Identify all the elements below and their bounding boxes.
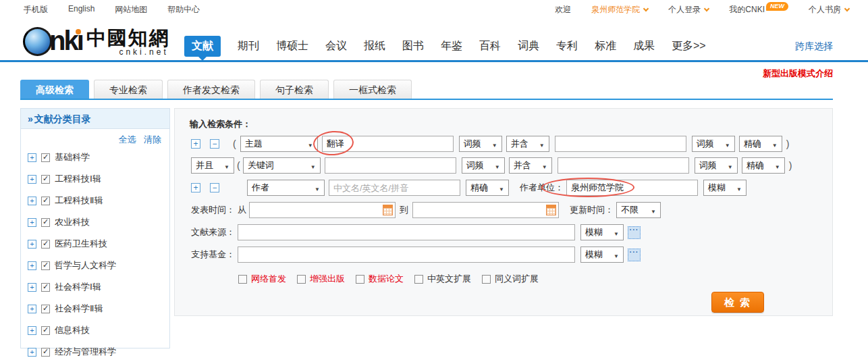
topbar-link-help[interactable]: 帮助中心	[167, 4, 200, 16]
logo-brand-text: nkı	[49, 27, 82, 54]
category-checkbox[interactable]	[41, 218, 50, 227]
personal-study-menu[interactable]: 个人书房	[809, 4, 849, 16]
search-button[interactable]: 检 索	[711, 292, 764, 313]
expand-plus-icon[interactable]: +	[28, 175, 36, 184]
freq-select-row2a[interactable]: 词频	[462, 157, 505, 174]
logic-select-row2[interactable]: 并含	[509, 157, 552, 174]
personal-login-menu[interactable]: 个人登录	[668, 4, 709, 16]
nav-item-newspaper[interactable]: 报纸	[364, 39, 385, 53]
category-checkbox[interactable]	[41, 153, 50, 162]
category-checkbox[interactable]	[41, 305, 50, 313]
category-checkbox[interactable]	[41, 348, 50, 357]
match-select-author[interactable]: 精确	[466, 180, 509, 196]
expand-plus-icon[interactable]: +	[28, 326, 36, 335]
search-term-input-1b[interactable]	[555, 136, 686, 152]
remove-condition-button[interactable]: −	[210, 183, 219, 192]
topbar-link-english[interactable]: English	[68, 4, 94, 16]
tab-onebox-search[interactable]: 一框式检索	[333, 80, 412, 99]
search-term-input-2b[interactable]	[558, 157, 689, 174]
option-enhanced-publish[interactable]: 增强出版	[310, 273, 345, 285]
tab-advanced-search[interactable]: 高级检索	[20, 80, 89, 99]
nav-item-achievement[interactable]: 成果	[633, 39, 655, 53]
topbar-link-mobile[interactable]: 手机版	[24, 4, 48, 16]
nav-item-literature[interactable]: 文献	[184, 36, 221, 57]
field-select-row2[interactable]: 关键词	[243, 157, 321, 174]
checkbox-enhanced-publish[interactable]	[297, 275, 306, 284]
freq-select-row1b[interactable]: 词频	[692, 136, 735, 152]
author-name-input[interactable]	[329, 180, 460, 196]
match-select-author-unit[interactable]: 模糊	[703, 180, 747, 196]
option-cn-en-extend[interactable]: 中英文扩展	[427, 273, 471, 285]
options-row: 网络首发 增强出版 数据论文 中英文扩展 同义词扩展	[238, 271, 549, 287]
institution-menu[interactable]: 泉州师范学院	[591, 4, 648, 16]
category-checkbox[interactable]	[41, 261, 50, 270]
cnki-logo[interactable]: nkı 中國知網 cnki.net	[23, 27, 170, 57]
tab-author-search[interactable]: 作者发文检索	[167, 80, 255, 99]
match-select-fund[interactable]: 模糊	[580, 247, 624, 263]
nav-item-thesis[interactable]: 博硕士	[276, 39, 308, 53]
expand-plus-icon[interactable]: +	[28, 305, 36, 313]
new-publishing-mode-link[interactable]: 新型出版模式介绍	[763, 68, 833, 80]
date-from-input[interactable]	[249, 202, 396, 218]
select-all-link[interactable]: 全选	[118, 134, 136, 145]
expand-plus-icon[interactable]: +	[28, 218, 36, 227]
nav-item-conference[interactable]: 会议	[325, 39, 347, 53]
expand-plus-icon[interactable]: +	[28, 261, 36, 270]
logo-chinese: 中國知網 cnki.net	[86, 27, 170, 57]
sidebar-title: »文献分类目录	[21, 109, 169, 129]
calendar-icon[interactable]	[546, 205, 556, 215]
checkbox-cn-en-extend[interactable]	[414, 275, 423, 284]
cross-db-link[interactable]: 跨库选择	[795, 41, 833, 53]
option-network-first[interactable]: 网络首发	[251, 273, 286, 285]
category-checkbox[interactable]	[41, 197, 50, 205]
update-time-select[interactable]: 不限	[616, 202, 661, 218]
expand-plus-icon[interactable]: +	[28, 240, 36, 249]
option-data-paper[interactable]: 数据论文	[369, 273, 404, 285]
nav-item-dictionary[interactable]: 词典	[518, 39, 539, 53]
nav-item-more[interactable]: 更多>>	[672, 39, 706, 53]
expand-plus-icon[interactable]: +	[28, 348, 36, 357]
topbar-link-sitemap[interactable]: 网站地图	[115, 4, 147, 16]
category-checkbox[interactable]	[41, 175, 50, 184]
clear-link[interactable]: 清除	[144, 134, 161, 145]
option-synonym-extend[interactable]: 同义词扩展	[495, 273, 539, 285]
category-checkbox[interactable]	[41, 283, 50, 292]
freq-select-row2b[interactable]: 词频	[695, 157, 738, 174]
add-condition-button[interactable]: +	[191, 139, 200, 149]
logic-select-row1[interactable]: 并含	[506, 136, 549, 152]
nav-item-standard[interactable]: 标准	[595, 39, 616, 53]
dropdown-caret-icon	[307, 161, 316, 171]
tab-professional-search[interactable]: 专业检索	[94, 80, 163, 99]
field-select-author[interactable]: 作者	[247, 180, 325, 196]
search-term-input-2a[interactable]	[325, 157, 456, 174]
match-select-source[interactable]: 模糊	[580, 224, 624, 240]
calendar-icon[interactable]	[383, 205, 393, 215]
field-select-row1[interactable]: 主题	[240, 136, 318, 152]
nav-item-book[interactable]: 图书	[402, 39, 424, 53]
expand-plus-icon[interactable]: +	[28, 283, 36, 292]
add-condition-button[interactable]: +	[191, 183, 200, 192]
nav-item-journal[interactable]: 期刊	[238, 39, 259, 53]
source-input[interactable]	[238, 224, 575, 240]
remove-condition-button[interactable]: −	[210, 139, 219, 149]
nav-item-encyclopedia[interactable]: 百科	[479, 39, 501, 53]
checkbox-synonym-extend[interactable]	[482, 275, 491, 284]
nav-item-yearbook[interactable]: 年鉴	[441, 39, 462, 53]
nav-item-patent[interactable]: 专利	[556, 39, 578, 53]
match-select-row1[interactable]: 精确	[739, 136, 782, 152]
category-checkbox[interactable]	[41, 326, 50, 335]
my-cnki-link[interactable]: 我的CNKINEW	[729, 4, 788, 16]
fund-input[interactable]	[238, 247, 575, 263]
fund-browse-button[interactable]: ···	[628, 249, 641, 261]
expand-plus-icon[interactable]: +	[28, 153, 36, 162]
category-checkbox[interactable]	[41, 240, 50, 249]
tab-sentence-search[interactable]: 句子检索	[260, 80, 329, 99]
source-browse-button[interactable]: ···	[628, 226, 641, 239]
date-to-input[interactable]	[412, 202, 559, 218]
match-select-row2[interactable]: 精确	[742, 157, 785, 174]
relation-select-row2[interactable]: 并且	[191, 157, 234, 174]
checkbox-data-paper[interactable]	[356, 275, 364, 284]
checkbox-network-first[interactable]	[238, 275, 247, 284]
freq-select-row1a[interactable]: 词频	[459, 136, 502, 152]
expand-plus-icon[interactable]: +	[28, 197, 36, 205]
